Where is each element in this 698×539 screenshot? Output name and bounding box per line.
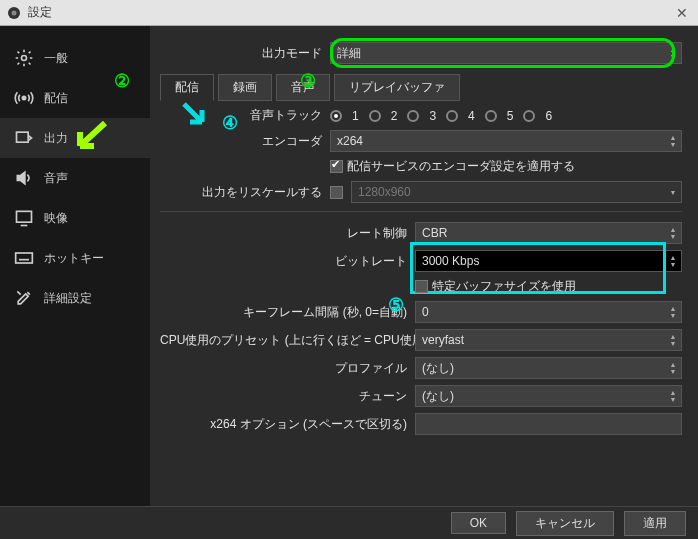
bitrate-input[interactable]: 3000 Kbps ▲▼ <box>415 250 682 272</box>
enforce-checkbox[interactable] <box>330 160 343 173</box>
monitor-icon <box>14 208 34 228</box>
sidebar-item-label: 詳細設定 <box>44 290 92 307</box>
keyframe-input[interactable]: 0 ▲▼ <box>415 301 682 323</box>
profile-label: プロファイル <box>160 360 415 377</box>
rescale-label: 出力をリスケールする <box>160 184 330 201</box>
speaker-icon <box>14 168 34 188</box>
enforce-label: 配信サービスのエンコーダ設定を適用する <box>347 158 575 175</box>
tab-replay-buffer[interactable]: リプレイバッファ <box>334 74 460 101</box>
broadcast-icon <box>14 88 34 108</box>
chevron-down-icon: ▼ <box>667 182 679 202</box>
output-mode-select[interactable]: 詳細 ▲▼ <box>330 42 682 64</box>
app-logo-icon <box>6 5 22 21</box>
chevron-updown-icon: ▲▼ <box>667 223 679 243</box>
sidebar-item-output[interactable]: 出力 <box>0 118 150 158</box>
tune-select[interactable]: (なし) ▲▼ <box>415 385 682 407</box>
ok-button[interactable]: OK <box>451 512 506 534</box>
radio-track-1[interactable] <box>330 110 342 122</box>
profile-select[interactable]: (なし) ▲▼ <box>415 357 682 379</box>
sidebar: 一般 配信 出力 音声 映像 ホットキー 詳細設定 ② <box>0 26 150 506</box>
apply-button[interactable]: 適用 <box>624 511 686 536</box>
sidebar-item-stream[interactable]: 配信 <box>0 78 150 118</box>
close-icon[interactable]: ✕ <box>672 5 692 21</box>
svg-rect-4 <box>17 132 29 142</box>
sidebar-item-advanced[interactable]: 詳細設定 <box>0 278 150 318</box>
tab-audio[interactable]: 音声 <box>276 74 330 101</box>
keyboard-icon <box>14 248 34 268</box>
cpu-preset-label: CPU使用のプリセット (上に行くほど = CPU使用低い) <box>160 332 415 349</box>
output-icon <box>14 128 34 148</box>
sidebar-item-general[interactable]: 一般 <box>0 38 150 78</box>
chevron-updown-icon: ▲▼ <box>667 358 679 378</box>
x264opts-label: x264 オプション (スペースで区切る) <box>160 416 415 433</box>
svg-point-3 <box>22 96 25 99</box>
footer: OK キャンセル 適用 <box>0 506 698 539</box>
custom-buffer-checkbox[interactable] <box>415 280 428 293</box>
radio-track-2[interactable] <box>369 110 381 122</box>
cancel-button[interactable]: キャンセル <box>516 511 614 536</box>
sidebar-item-label: ホットキー <box>44 250 104 267</box>
audio-track-radios: 1 2 3 4 5 6 <box>330 109 552 123</box>
sidebar-item-label: 出力 <box>44 130 68 147</box>
chevron-updown-icon: ▲▼ <box>667 386 679 406</box>
sidebar-item-label: 音声 <box>44 170 68 187</box>
radio-track-6[interactable] <box>523 110 535 122</box>
encoder-select[interactable]: x264 ▲▼ <box>330 130 682 152</box>
radio-track-4[interactable] <box>446 110 458 122</box>
svg-point-1 <box>12 10 17 15</box>
tune-label: チューン <box>160 388 415 405</box>
x264opts-input[interactable] <box>415 413 682 435</box>
main-panel: 出力モード 詳細 ▲▼ ③ 配信 録画 音声 リプレイバッファ ④ 音声 <box>150 26 698 506</box>
svg-rect-5 <box>17 211 32 222</box>
output-mode-label: 出力モード <box>160 45 330 62</box>
audio-track-label: 音声トラック <box>160 107 330 124</box>
sidebar-item-video[interactable]: 映像 <box>0 198 150 238</box>
sidebar-item-label: 一般 <box>44 50 68 67</box>
rate-control-select[interactable]: CBR ▲▼ <box>415 222 682 244</box>
titlebar: 設定 ✕ <box>0 0 698 26</box>
custom-buffer-label: 特定バッファサイズを使用 <box>432 278 576 295</box>
rescale-value[interactable]: 1280x960 ▼ <box>351 181 682 203</box>
sidebar-item-label: 配信 <box>44 90 68 107</box>
encoder-label: エンコーダ <box>160 133 330 150</box>
chevron-updown-icon: ▲▼ <box>667 43 679 63</box>
cpu-preset-select[interactable]: veryfast ▲▼ <box>415 329 682 351</box>
tabs: 配信 録画 音声 リプレイバッファ <box>160 74 682 101</box>
sidebar-item-hotkeys[interactable]: ホットキー <box>0 238 150 278</box>
sidebar-item-audio[interactable]: 音声 <box>0 158 150 198</box>
radio-track-5[interactable] <box>485 110 497 122</box>
spinner-icon[interactable]: ▲▼ <box>667 302 679 322</box>
window-title: 設定 <box>28 4 672 21</box>
tools-icon <box>14 288 34 308</box>
tab-stream[interactable]: 配信 <box>160 74 214 101</box>
keyframe-label: キーフレーム間隔 (秒, 0=自動) <box>160 304 415 321</box>
spinner-icon[interactable]: ▲▼ <box>667 251 679 271</box>
bitrate-label: ビットレート <box>160 253 415 270</box>
gear-icon <box>14 48 34 68</box>
radio-track-3[interactable] <box>407 110 419 122</box>
chevron-updown-icon: ▲▼ <box>667 330 679 350</box>
chevron-updown-icon: ▲▼ <box>667 131 679 151</box>
tab-record[interactable]: 録画 <box>218 74 272 101</box>
svg-rect-6 <box>16 253 33 263</box>
rescale-checkbox[interactable] <box>330 186 343 199</box>
sidebar-item-label: 映像 <box>44 210 68 227</box>
svg-point-2 <box>22 56 27 61</box>
rate-control-label: レート制御 <box>160 225 415 242</box>
